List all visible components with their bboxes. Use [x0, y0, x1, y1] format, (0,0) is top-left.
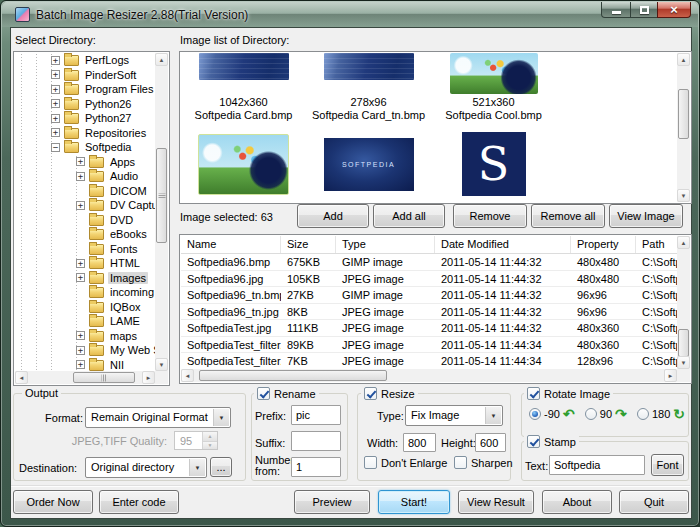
resize-checkbox[interactable]: Resize — [361, 387, 418, 400]
tree-item[interactable]: +DV Capture — [15, 198, 156, 213]
tree-item-label[interactable]: PerfLogs — [83, 54, 131, 66]
tree-expander-icon[interactable]: + — [51, 85, 60, 94]
preview-button[interactable]: Preview — [294, 490, 370, 514]
maximize-button[interactable] — [630, 2, 658, 18]
tree-expander-icon[interactable]: + — [51, 70, 60, 79]
tree-item-label[interactable]: DICOM — [108, 185, 149, 197]
tree-expander-icon[interactable]: + — [51, 99, 60, 108]
close-button[interactable]: × — [657, 2, 691, 18]
tree-item[interactable]: +Apps — [15, 155, 156, 170]
rename-checkbox-box[interactable] — [257, 387, 270, 400]
tree-item[interactable]: IQBox — [15, 300, 156, 315]
sharpen-checkbox[interactable]: Sharpen — [451, 456, 516, 469]
tree-expander-icon[interactable]: + — [76, 201, 85, 210]
minimize-button[interactable] — [601, 2, 631, 18]
thumbnail-image[interactable] — [324, 53, 414, 80]
scrollbar-thumb[interactable] — [156, 148, 167, 243]
tree-item-label[interactable]: HTML — [108, 257, 142, 269]
scroll-right-icon[interactable]: ► — [664, 369, 677, 382]
tree-item-label[interactable]: Fonts — [108, 243, 140, 255]
resize-type-select[interactable]: Fix Image ▼ — [405, 405, 503, 426]
scrollbar-thumb[interactable] — [199, 370, 387, 381]
table-row[interactable]: SoftpediaTest_filter...7KBJPEG image2011… — [181, 353, 679, 369]
thumbnail-cell[interactable]: 278x96Softpedia Card_tn.bmp — [306, 53, 431, 129]
gallery-vertical-scrollbar[interactable]: ▲ ▼ — [677, 53, 690, 202]
tree-item[interactable]: +Images — [15, 271, 156, 286]
format-select[interactable]: Remain Original Format ▼ — [85, 407, 231, 428]
tree-item[interactable]: DICOM — [15, 184, 156, 199]
stamp-checkbox-box[interactable] — [527, 435, 540, 448]
tree-item[interactable]: incoming — [15, 285, 156, 300]
tree-item[interactable]: DVD — [15, 213, 156, 228]
tree-item-label[interactable]: Audio — [108, 170, 140, 182]
rotate-radio--90[interactable] — [529, 408, 541, 420]
tree-item-label[interactable]: Program Files — [83, 83, 155, 95]
column-header[interactable]: Property — [571, 236, 636, 253]
tree-item[interactable]: +HTML — [15, 256, 156, 271]
table-row[interactable]: Softpedia96_tn.jpg8KBJPEG image2011-05-1… — [181, 304, 679, 321]
tree-item[interactable]: +maps — [15, 329, 156, 344]
order-now-button[interactable]: Order Now — [13, 490, 93, 514]
tree-item-label[interactable]: IQBox — [108, 301, 143, 313]
tree-item-label[interactable]: PinderSoft — [83, 69, 138, 81]
column-header[interactable]: Size — [281, 236, 336, 253]
tree-item[interactable]: +PinderSoft — [15, 68, 156, 83]
tree-expander-icon[interactable]: + — [51, 114, 60, 123]
start-button[interactable]: Start! — [378, 490, 450, 514]
thumbnail-cell[interactable]: 1042x360Softpedia Card.bmp — [181, 53, 306, 129]
tree-item-label[interactable]: My Web Si — [108, 344, 156, 356]
tree-item-label[interactable]: eBooks — [108, 228, 149, 240]
thumbnail-image[interactable]: S — [462, 132, 526, 196]
rotate-radio-180[interactable] — [637, 408, 649, 420]
tree-item-label[interactable]: DV Capture — [108, 199, 156, 211]
tree-item[interactable]: +My Web Si — [15, 343, 156, 358]
rotate-checkbox-box[interactable] — [527, 387, 540, 400]
resize-checkbox-box[interactable] — [364, 387, 377, 400]
tree-item-label[interactable]: Python26 — [83, 98, 133, 110]
table-vertical-scrollbar[interactable]: ▲ ▼ — [677, 236, 690, 369]
tree-vertical-scrollbar[interactable]: ▲ ▼ — [155, 53, 168, 371]
tree-item[interactable]: LAME — [15, 314, 156, 329]
rotate-option[interactable]: -90↶ — [529, 408, 575, 420]
scroll-down-icon[interactable]: ▼ — [155, 358, 168, 371]
tree-item-label[interactable]: maps — [108, 330, 139, 342]
table-horizontal-scrollbar[interactable]: ◄ ► — [181, 369, 677, 382]
about-button[interactable]: About — [542, 490, 612, 514]
dont-enlarge-checkbox[interactable]: Don't Enlarge — [361, 456, 450, 469]
number-from-input[interactable] — [291, 457, 341, 477]
tree-item[interactable]: eBooks — [15, 227, 156, 242]
tree-item-label[interactable]: Apps — [108, 156, 137, 168]
rotate-option[interactable]: 180↻ — [637, 408, 685, 420]
rotate-radio-90[interactable] — [585, 408, 597, 420]
tree-expander-icon[interactable]: + — [76, 360, 85, 369]
remove-all-button[interactable]: Remove all — [531, 204, 605, 228]
chevron-down-icon[interactable]: ▼ — [485, 407, 501, 424]
column-header[interactable]: Type — [336, 236, 435, 253]
remove-button[interactable]: Remove — [453, 204, 527, 228]
thumbnail-image[interactable]: SOFTPEDIA — [324, 138, 414, 191]
tree-item-label[interactable]: incoming — [108, 286, 156, 298]
column-header[interactable]: Path — [636, 236, 679, 253]
tree-horizontal-scrollbar[interactable]: ◄ ► — [15, 371, 155, 384]
scroll-up-icon[interactable]: ▲ — [677, 53, 690, 66]
scroll-down-icon[interactable]: ▼ — [677, 356, 690, 369]
scroll-left-icon[interactable]: ◄ — [181, 369, 194, 382]
prefix-input[interactable] — [291, 405, 341, 425]
enter-code-button[interactable]: Enter code — [99, 490, 179, 514]
thumbnail-image[interactable] — [199, 53, 289, 80]
table-row[interactable]: SoftpediaTest_filter...89KBJPEG image201… — [181, 337, 679, 354]
width-input[interactable] — [403, 433, 436, 452]
scroll-right-icon[interactable]: ► — [142, 371, 155, 384]
tree-item-label[interactable]: LAME — [108, 315, 142, 327]
quit-button[interactable]: Quit — [619, 490, 689, 514]
scrollbar-thumb[interactable] — [73, 372, 135, 383]
tree-item[interactable]: +Program Files — [15, 82, 156, 97]
add-all-button[interactable]: Add all — [373, 204, 445, 228]
stamp-text-input[interactable] — [549, 455, 645, 475]
thumbnail-image[interactable] — [450, 53, 538, 94]
tree-item[interactable]: −Softpedia — [15, 140, 156, 155]
spinner-down-icon[interactable]: ▼ — [202, 441, 217, 450]
quality-spinner[interactable]: 95 ▲ ▼ — [174, 431, 218, 450]
suffix-input[interactable] — [291, 431, 341, 451]
height-input[interactable] — [475, 433, 506, 452]
